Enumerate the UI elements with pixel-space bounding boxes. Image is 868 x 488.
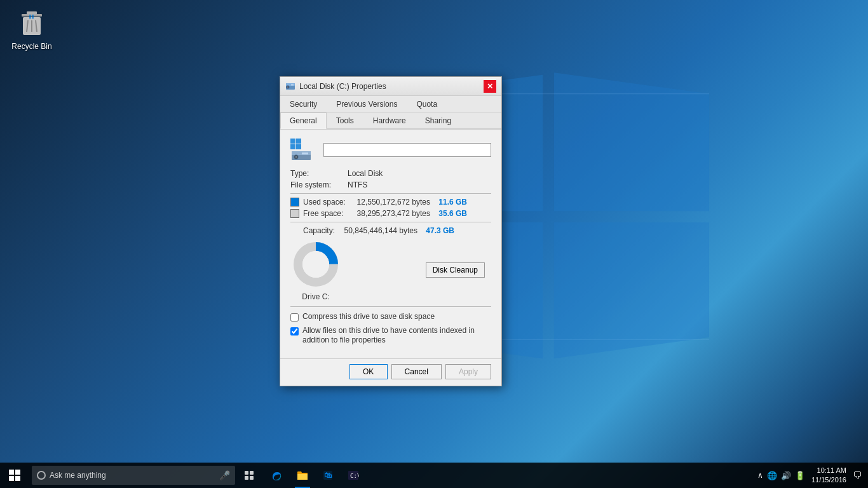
free-space-gb: 35.6 GB	[435, 209, 467, 218]
divider2	[290, 222, 491, 222]
tab-hardware[interactable]: Hardware	[363, 112, 416, 128]
tab-general[interactable]: General	[280, 112, 327, 129]
capacity-label: Capacity:	[303, 226, 341, 235]
tab-tools[interactable]: Tools	[327, 112, 363, 128]
volume-icon[interactable]: 🔊	[781, 471, 791, 480]
store-icon: 🛍	[322, 470, 334, 481]
system-tray-expand[interactable]: ∧	[757, 471, 763, 480]
search-bar-text: Ask me anything	[50, 471, 219, 480]
edge-icon	[271, 470, 283, 481]
svg-rect-30	[15, 470, 20, 475]
tabs-row2: General Tools Hardware Sharing	[280, 112, 501, 130]
capacity-gb: 47.3 GB	[423, 226, 454, 235]
index-checkbox-row: Allow files on this drive to have conten…	[290, 326, 491, 346]
disk-icon	[285, 81, 295, 92]
svg-rect-29	[9, 470, 14, 475]
svg-rect-3	[27, 11, 37, 15]
index-checkbox[interactable]	[290, 327, 299, 336]
network-icon[interactable]: 🌐	[767, 471, 777, 480]
compress-checkbox[interactable]	[290, 313, 299, 322]
divider1	[290, 193, 491, 194]
svg-rect-8	[29, 15, 31, 17]
used-space-label: Used space:	[303, 198, 354, 207]
index-label[interactable]: Allow files on this drive to have conten…	[302, 326, 491, 346]
tab-previous-versions[interactable]: Previous Versions	[327, 96, 407, 112]
type-value: Local Disk	[348, 169, 383, 178]
donut-area: Drive C:	[290, 239, 341, 301]
svg-rect-35	[245, 476, 248, 480]
start-icon	[9, 470, 20, 481]
svg-point-16	[287, 86, 288, 88]
disk-cleanup-button[interactable]: Disk Cleanup	[426, 262, 485, 278]
tab-quota[interactable]: Quota	[407, 96, 447, 112]
system-clock[interactable]: 10:11 AM 11/15/2016	[809, 466, 849, 485]
svg-point-25	[295, 156, 297, 158]
power-icon[interactable]: 🔋	[795, 471, 805, 480]
compress-checkbox-row: Compress this drive to save disk space	[290, 312, 491, 322]
filesystem-value: NTFS	[348, 180, 367, 189]
cmd-icon: C:\	[348, 470, 359, 481]
dialog-buttons: OK Cancel Apply	[280, 358, 501, 386]
drive-icon	[290, 137, 316, 163]
recycle-bin-label: Recycle Bin	[11, 42, 51, 51]
dialog-content: Type: Local Disk File system: NTFS Used …	[280, 130, 501, 358]
recycle-bin-svg	[17, 9, 47, 39]
microphone-icon[interactable]: 🎤	[219, 470, 230, 480]
checkbox-section: Compress this drive to save disk space A…	[290, 306, 491, 346]
svg-rect-18	[296, 139, 301, 144]
svg-rect-36	[250, 476, 254, 480]
svg-rect-10	[29, 17, 31, 19]
svg-rect-31	[9, 476, 14, 481]
used-space-row: Used space: 12,550,172,672 bytes 11.6 GB	[290, 198, 491, 207]
dialog-title-text: Local Disk (C:) Properties	[299, 82, 386, 91]
search-bar[interactable]: Ask me anything 🎤	[32, 466, 235, 485]
svg-rect-17	[290, 139, 295, 144]
type-label: Type:	[290, 169, 348, 178]
taskview-icon	[244, 470, 254, 480]
used-color-box	[290, 198, 299, 207]
dialog-titlebar: Local Disk (C:) Properties ✕	[280, 77, 501, 96]
ok-button[interactable]: OK	[349, 364, 388, 379]
drive-label-input[interactable]	[323, 143, 491, 157]
donut-chart	[290, 239, 341, 290]
svg-text:🛍: 🛍	[324, 471, 332, 480]
clock-date: 11/15/2016	[811, 475, 846, 485]
cmd-button[interactable]: C:\	[342, 463, 365, 488]
svg-point-28	[302, 251, 329, 278]
free-space-bytes: 38,295,273,472 bytes	[354, 209, 430, 218]
svg-rect-23	[302, 152, 308, 154]
notification-icon[interactable]: 🗨	[853, 470, 862, 480]
apply-button[interactable]: Apply	[445, 364, 491, 379]
svg-rect-20	[296, 144, 301, 149]
svg-rect-11	[32, 17, 34, 19]
cancel-button[interactable]: Cancel	[391, 364, 442, 379]
svg-rect-32	[15, 476, 20, 481]
desktop: Recycle Bin Local Disk (C:) Properties ✕…	[0, 0, 868, 488]
tab-sharing[interactable]: Sharing	[416, 112, 461, 128]
svg-text:C:\: C:\	[350, 473, 359, 479]
taskbar: Ask me anything 🎤	[0, 463, 868, 488]
taskview-button[interactable]	[238, 463, 261, 488]
free-space-row: Free space: 38,295,273,472 bytes 35.6 GB	[290, 209, 491, 218]
recycle-bin-icon[interactable]: Recycle Bin	[6, 6, 57, 53]
dialog-title-left: Local Disk (C:) Properties	[285, 81, 386, 92]
svg-rect-9	[32, 15, 34, 17]
store-button[interactable]: 🛍	[316, 463, 339, 488]
properties-dialog: Local Disk (C:) Properties ✕ Security Pr…	[280, 76, 502, 386]
file-explorer-button[interactable]	[291, 463, 314, 488]
file-explorer-icon	[297, 470, 308, 481]
drive-label-text: Drive C:	[302, 292, 329, 301]
dialog-close-button[interactable]: ✕	[484, 80, 496, 93]
tab-security[interactable]: Security	[280, 96, 327, 112]
edge-button[interactable]	[266, 463, 288, 488]
used-space-bytes: 12,550,172,672 bytes	[354, 198, 430, 207]
filesystem-row: File system: NTFS	[290, 180, 491, 189]
drive-header	[290, 137, 491, 163]
space-section: Used space: 12,550,172,672 bytes 11.6 GB…	[290, 198, 491, 218]
compress-label[interactable]: Compress this drive to save disk space	[302, 312, 435, 322]
free-color-box	[290, 209, 299, 218]
svg-rect-14	[291, 84, 294, 85]
taskbar-app-buttons: 🛍 C:\	[266, 463, 365, 488]
svg-rect-38	[297, 474, 308, 480]
start-button[interactable]	[0, 463, 29, 488]
